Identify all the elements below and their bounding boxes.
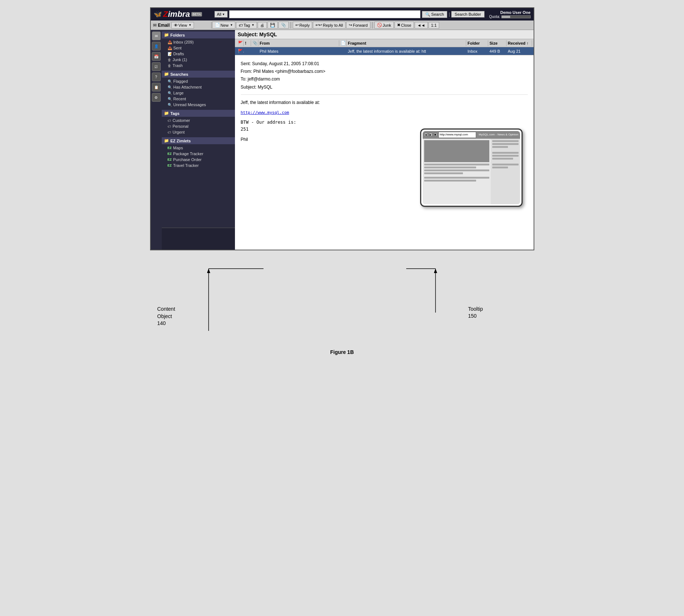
tags-list: 🏷 Customer 🏷 Personal 🏷 Urgent [162, 117, 235, 136]
search-builder-button[interactable]: Search Builder [451, 11, 484, 18]
search-large[interactable]: 🔍 Large [162, 90, 235, 96]
folder-junk[interactable]: 🗑 Junk (1) [162, 57, 235, 63]
reply-button[interactable]: ↩ Reply [293, 22, 312, 29]
subject-bar: Subject: MySQL [235, 30, 534, 39]
junk-button[interactable]: 🚫 Junk [374, 22, 394, 29]
search-area: All ▼ 🔍 Search | Search Builder [214, 10, 485, 18]
top-bar: 🦋 Zimbra BETA All ▼ 🔍 Search | Search Bu… [151, 8, 534, 20]
new-icon: 📄 [215, 23, 220, 27]
email-flag: 🚩 [236, 48, 244, 54]
tags-section: 📁 Tags 🏷 Customer 🏷 Personal [162, 110, 235, 136]
new-button[interactable]: 📄 New [212, 22, 236, 29]
search-icon: 🔍 [425, 12, 430, 17]
print-button[interactable]: 🖨 [258, 22, 267, 29]
sidebar-icon-notes[interactable]: 📋 [152, 83, 161, 92]
folder-sent[interactable]: 📤 Sent [162, 45, 235, 51]
folder-trash[interactable]: 🗑 Trash [162, 63, 235, 68]
col-from-header[interactable]: From [258, 40, 339, 46]
nav-next-button[interactable]: 1:1 [429, 22, 439, 29]
tag-icon: 🏷 [239, 23, 243, 27]
junk-folder-icon: 🗑 [168, 58, 171, 62]
folder-drafts[interactable]: 📝 Drafts [162, 51, 235, 57]
drafts-icon: 📝 [168, 52, 172, 56]
search-button[interactable]: 🔍 Search [422, 11, 447, 18]
close-button[interactable]: ✖ Close [395, 22, 414, 29]
email-paper [339, 51, 346, 52]
col-attach-header: 📎 [251, 40, 258, 46]
tooltip-fwd-btn[interactable]: ► [429, 133, 433, 137]
close-icon: ✖ [397, 23, 400, 27]
tag-button[interactable]: 🏷 Tag [236, 22, 257, 29]
tag-customer[interactable]: 🏷 Customer [162, 117, 235, 123]
save-button[interactable]: 💾 [268, 22, 278, 29]
col-received-header[interactable]: Received ↑ [507, 40, 532, 46]
toolbar-separator-2 [372, 22, 373, 29]
nav-prev-button[interactable]: ◄◄ [415, 22, 428, 29]
tag-customer-icon: 🏷 [168, 119, 171, 123]
zimlets-section: 📁 EZ Zimlets EZ Maps EZ Package Tracker [162, 137, 235, 169]
tooltip-side-7 [492, 164, 519, 165]
view-button[interactable]: 👁 View [171, 22, 194, 29]
tooltip-side-1 [492, 140, 519, 142]
sidebar-icon-settings[interactable]: ⚙ [152, 93, 161, 102]
left-panel-bottom [162, 228, 235, 250]
email-body-line2: BTW - Our address is: [241, 119, 528, 126]
tooltip-back-btn[interactable]: ◄ [424, 133, 428, 137]
col-fragment-header[interactable]: Fragment [347, 40, 466, 46]
right-content: Subject: MySQL 🚩 ! 📎 From 📄 Fragment Fol… [235, 30, 534, 250]
tooltip-stop-btn[interactable]: ✖ [434, 133, 437, 137]
col-folder-header[interactable]: Folder [466, 40, 488, 46]
search-input[interactable] [229, 10, 421, 18]
tag-personal[interactable]: 🏷 Personal [162, 123, 235, 129]
tooltip-sidebar [491, 139, 520, 204]
email-row[interactable]: 🚩 Phil Mates Jeff, the latest informatio… [235, 47, 534, 55]
folders-header[interactable]: 📁 Folders [162, 31, 235, 38]
zimlet-purchase[interactable]: EZ Purchase Order [162, 157, 235, 163]
zimlets-header[interactable]: 📁 EZ Zimlets [162, 137, 235, 144]
tooltip-side-6 [492, 158, 513, 160]
sidebar-icon-tasks[interactable]: ☑ [152, 62, 161, 71]
sidebar-icon-email[interactable]: ✉ [152, 31, 161, 40]
tags-header[interactable]: 📁 Tags [162, 110, 235, 117]
tag-urgent[interactable]: 🏷 Urgent [162, 129, 235, 135]
attach-button[interactable]: 📎 [279, 22, 289, 29]
sidebar-icon-help[interactable]: ? [152, 72, 161, 81]
searches-header[interactable]: 📁 Searches [162, 71, 235, 78]
zimlets-folder-icon: 📁 [164, 138, 169, 143]
tooltip-text-4 [424, 172, 463, 174]
folder-inbox[interactable]: 📥 Inbox (209) [162, 39, 235, 45]
search-unread[interactable]: 🔍 Unread Messages [162, 102, 235, 108]
search-dropdown-label: All [217, 12, 221, 16]
view-icon: 👁 [174, 23, 178, 27]
col-size-header[interactable]: Size [488, 40, 507, 46]
zimlet-travel[interactable]: EZ Travel Tracker [162, 163, 235, 168]
sidebar-icon-calendar[interactable]: 📅 [152, 52, 161, 61]
sidebar-icon-contacts[interactable]: 👤 [152, 42, 161, 51]
forward-button[interactable]: ↪ Forward [346, 22, 370, 29]
username: Demo User One [487, 10, 531, 15]
reply-all-button[interactable]: ↩↩ Reply to All [313, 22, 345, 29]
content-object-label: Content Object 140 [157, 306, 175, 327]
sent-icon: 📤 [168, 46, 172, 50]
app-window: 🦋 Zimbra BETA All ▼ 🔍 Search | Search Bu… [150, 7, 534, 250]
search-dropdown[interactable]: All ▼ [214, 11, 228, 18]
zimlet-purchase-icon: EZ [168, 158, 172, 161]
email-body-line1: Jeff, the latest information is availabl… [241, 99, 528, 106]
zimlet-package[interactable]: EZ Package Tracker [162, 151, 235, 157]
junk-icon: 🚫 [377, 23, 382, 27]
search-flagged[interactable]: 🔍 Flagged [162, 78, 235, 84]
zimlet-maps[interactable]: EZ Maps [162, 145, 235, 151]
search-recent[interactable]: 🔍 Recent [162, 96, 235, 102]
tag-urgent-icon: 🏷 [168, 130, 171, 134]
figure-caption: Figure 1B [330, 349, 354, 355]
email-from: Phil Mates [258, 48, 339, 54]
folder-junk-label: Junk (1) [173, 57, 187, 62]
annotation-lines [150, 250, 534, 342]
searches-section: 📁 Searches 🔍 Flagged 🔍 Has Attachment [162, 71, 235, 108]
search-attachment[interactable]: 🔍 Has Attachment [162, 84, 235, 90]
mysql-link[interactable]: http://www.mysql.com [241, 110, 289, 115]
email-link[interactable]: http://www.mysql.com [241, 109, 528, 116]
folder-trash-label: Trash [173, 63, 183, 68]
folder-inbox-label: Inbox (209) [173, 40, 194, 44]
folder-collapse-icon: 📁 [164, 33, 169, 37]
